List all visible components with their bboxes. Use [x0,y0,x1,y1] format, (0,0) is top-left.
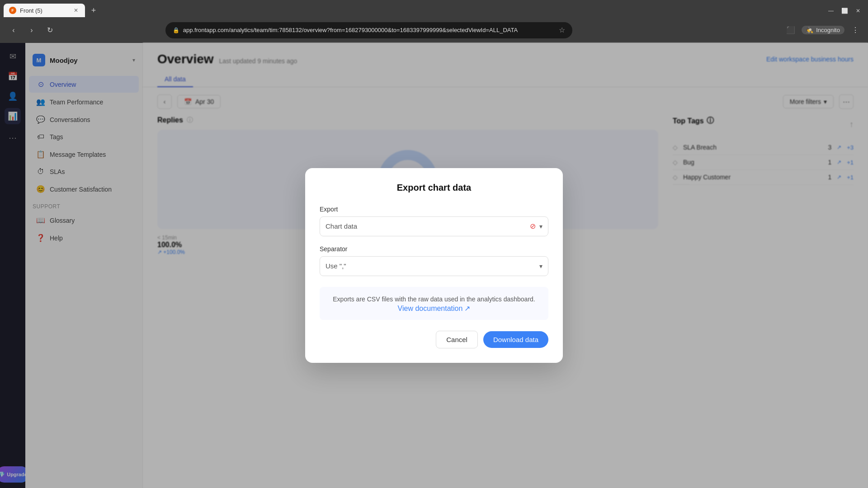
view-documentation-link[interactable]: View documentation ↗ [398,304,471,313]
export-select[interactable]: Chart data ⊘ ▾ [320,216,548,236]
tab-close-button[interactable]: ✕ [72,7,80,14]
doc-link-label: View documentation [398,305,463,313]
address-bar[interactable]: 🔒 app.frontapp.com/analytics/team/tim:78… [165,22,572,38]
tab-title: Front (5) [20,7,42,14]
modal-info-text: Exports are CSV files with the raw data … [329,294,539,304]
browser-tabs: F Front (5) ✕ + — ⬜ ✕ [0,0,868,17]
external-link-icon: ↗ [464,304,470,313]
separator-select[interactable]: Use "," ▾ [320,256,548,276]
separator-label: Separator [320,245,548,253]
tab-favicon: F [9,7,16,14]
select-error-icon: ⊘ [530,222,536,230]
modal-overlay: Export chart data Export Chart data ⊘ ▾ … [0,43,868,488]
separator-select-value: Use "," [326,262,539,270]
modal-info-box: Exports are CSV files with the raw data … [320,287,548,320]
maximize-button[interactable]: ⬜ [838,5,851,17]
incognito-badge: 🕵 Incognito [802,26,844,34]
download-data-button[interactable]: Download data [483,331,548,348]
modal-title: Export chart data [320,183,548,193]
export-label: Export [320,206,548,213]
incognito-label: Incognito [816,27,840,33]
extensions-button[interactable]: ⬛ [785,25,796,36]
incognito-icon: 🕵 [806,27,813,33]
minimize-button[interactable]: — [825,5,837,17]
export-form-group: Export Chart data ⊘ ▾ [320,206,548,236]
url-text: app.frontapp.com/analytics/team/tim:7858… [183,27,518,33]
active-tab[interactable]: F Front (5) ✕ [4,4,85,17]
export-modal: Export chart data Export Chart data ⊘ ▾ … [305,168,563,363]
forward-button[interactable]: › [25,24,38,37]
ssl-lock-icon: 🔒 [173,27,179,33]
new-tab-button[interactable]: + [87,4,100,17]
select-chevron-down-icon: ▾ [539,223,542,230]
separator-chevron-down-icon: ▾ [539,263,542,270]
browser-toolbar: ‹ › ↻ 🔒 app.frontapp.com/analytics/team/… [0,17,868,43]
close-button[interactable]: ✕ [852,5,864,17]
export-select-value: Chart data [326,222,530,230]
menu-button[interactable]: ⋮ [850,25,861,36]
cancel-button[interactable]: Cancel [436,331,478,348]
browser-actions: ⬛ 🕵 Incognito ⋮ [785,25,861,36]
reload-button[interactable]: ↻ [43,24,56,37]
bookmark-icon[interactable]: ☆ [559,26,565,34]
back-button[interactable]: ‹ [7,24,20,37]
separator-form-group: Separator Use "," ▾ [320,245,548,276]
app-layout: ✉ 📅 👤 📊 ⋯ 💎Upgrade M Moodjoy ▾ ⊙ Overvie… [0,43,868,488]
browser-chrome: F Front (5) ✕ + — ⬜ ✕ ‹ › ↻ 🔒 app.fronta… [0,0,868,43]
modal-actions: Cancel Download data [320,331,548,348]
